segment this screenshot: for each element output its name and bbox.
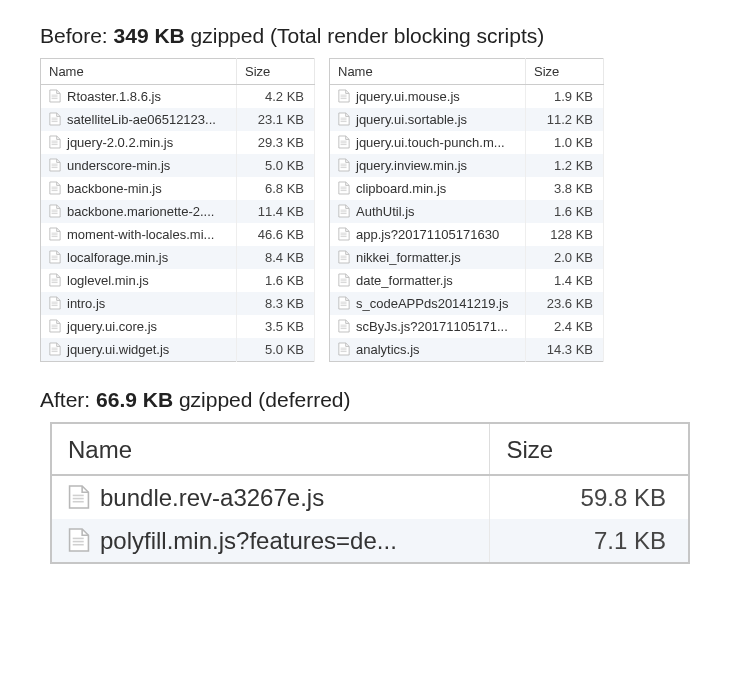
- document-icon: [338, 319, 350, 333]
- table-row[interactable]: jquery.ui.mouse.js1.9 KB: [330, 85, 604, 109]
- file-name: jquery.ui.mouse.js: [356, 89, 460, 104]
- file-name-cell[interactable]: backbone.marionette-2....: [41, 200, 237, 223]
- file-name-cell[interactable]: jquery.ui.widget.js: [41, 338, 237, 362]
- document-icon: [49, 204, 61, 218]
- table-row[interactable]: satelliteLib-ae06512123...23.1 KB: [41, 108, 315, 131]
- table-row[interactable]: jquery.ui.sortable.js11.2 KB: [330, 108, 604, 131]
- table-row[interactable]: moment-with-locales.mi...46.6 KB: [41, 223, 315, 246]
- file-name: loglevel.min.js: [67, 273, 149, 288]
- table-row[interactable]: jquery.ui.widget.js5.0 KB: [41, 338, 315, 362]
- table-row[interactable]: bundle.rev-a3267e.js59.8 KB: [51, 475, 689, 519]
- file-name: jquery.ui.touch-punch.m...: [356, 135, 505, 150]
- table-row[interactable]: scByJs.js?20171105171...2.4 KB: [330, 315, 604, 338]
- file-name-cell[interactable]: nikkei_formatter.js: [330, 246, 526, 269]
- table-row[interactable]: clipboard.min.js3.8 KB: [330, 177, 604, 200]
- table-row[interactable]: s_codeAPPds20141219.js23.6 KB: [330, 292, 604, 315]
- file-name: date_formatter.js: [356, 273, 453, 288]
- table-row[interactable]: jquery.inview.min.js1.2 KB: [330, 154, 604, 177]
- file-name-cell[interactable]: clipboard.min.js: [330, 177, 526, 200]
- document-icon: [338, 158, 350, 172]
- file-size-cell: 5.0 KB: [237, 154, 315, 177]
- before-suffix: gzipped (Total render blocking scripts): [185, 24, 545, 47]
- file-name: AuthUtil.js: [356, 204, 415, 219]
- document-icon: [338, 342, 350, 356]
- table-row[interactable]: jquery-2.0.2.min.js29.3 KB: [41, 131, 315, 154]
- file-name-cell[interactable]: bundle.rev-a3267e.js: [51, 475, 490, 519]
- file-size-cell: 4.2 KB: [237, 85, 315, 109]
- document-icon: [49, 296, 61, 310]
- file-name: analytics.js: [356, 342, 420, 357]
- file-name: backbone-min.js: [67, 181, 162, 196]
- file-name-cell[interactable]: satelliteLib-ae06512123...: [41, 108, 237, 131]
- column-header-name[interactable]: Name: [41, 59, 237, 85]
- file-name-cell[interactable]: Rtoaster.1.8.6.js: [41, 85, 237, 109]
- file-name-cell[interactable]: underscore-min.js: [41, 154, 237, 177]
- document-icon: [338, 135, 350, 149]
- document-icon: [338, 204, 350, 218]
- table-row[interactable]: analytics.js14.3 KB: [330, 338, 604, 362]
- file-name: moment-with-locales.mi...: [67, 227, 214, 242]
- file-name-cell[interactable]: moment-with-locales.mi...: [41, 223, 237, 246]
- file-name: localforage.min.js: [67, 250, 168, 265]
- table-row[interactable]: app.js?20171105171630128 KB: [330, 223, 604, 246]
- file-name: jquery.ui.core.js: [67, 319, 157, 334]
- file-name-cell[interactable]: loglevel.min.js: [41, 269, 237, 292]
- table-row[interactable]: date_formatter.js1.4 KB: [330, 269, 604, 292]
- table-row[interactable]: loglevel.min.js1.6 KB: [41, 269, 315, 292]
- file-name-cell[interactable]: intro.js: [41, 292, 237, 315]
- table-row[interactable]: backbone.marionette-2....11.4 KB: [41, 200, 315, 223]
- file-size-cell: 29.3 KB: [237, 131, 315, 154]
- file-size-cell: 2.4 KB: [526, 315, 604, 338]
- file-name: scByJs.js?20171105171...: [356, 319, 508, 334]
- file-size-cell: 1.6 KB: [237, 269, 315, 292]
- document-icon: [68, 527, 90, 553]
- file-name-cell[interactable]: scByJs.js?20171105171...: [330, 315, 526, 338]
- file-name-cell[interactable]: jquery.ui.touch-punch.m...: [330, 131, 526, 154]
- table-row[interactable]: AuthUtil.js1.6 KB: [330, 200, 604, 223]
- table-header-row: Name Size: [51, 423, 689, 475]
- file-name-cell[interactable]: AuthUtil.js: [330, 200, 526, 223]
- table-row[interactable]: Rtoaster.1.8.6.js4.2 KB: [41, 85, 315, 109]
- after-size: 66.9 KB: [96, 388, 173, 411]
- file-size-cell: 1.6 KB: [526, 200, 604, 223]
- file-size-cell: 6.8 KB: [237, 177, 315, 200]
- table-row[interactable]: localforage.min.js8.4 KB: [41, 246, 315, 269]
- file-name-cell[interactable]: analytics.js: [330, 338, 526, 362]
- table-row[interactable]: jquery.ui.core.js3.5 KB: [41, 315, 315, 338]
- file-size-cell: 11.4 KB: [237, 200, 315, 223]
- column-header-name[interactable]: Name: [330, 59, 526, 85]
- file-name: jquery.ui.sortable.js: [356, 112, 467, 127]
- file-name-cell[interactable]: polyfill.min.js?features=de...: [51, 519, 490, 563]
- table-row[interactable]: nikkei_formatter.js2.0 KB: [330, 246, 604, 269]
- table-row[interactable]: backbone-min.js6.8 KB: [41, 177, 315, 200]
- file-name-cell[interactable]: backbone-min.js: [41, 177, 237, 200]
- table-row[interactable]: jquery.ui.touch-punch.m...1.0 KB: [330, 131, 604, 154]
- document-icon: [338, 296, 350, 310]
- file-size-cell: 128 KB: [526, 223, 604, 246]
- column-header-name[interactable]: Name: [51, 423, 490, 475]
- column-header-size[interactable]: Size: [237, 59, 315, 85]
- file-name-cell[interactable]: jquery.ui.mouse.js: [330, 85, 526, 109]
- file-size-cell: 1.0 KB: [526, 131, 604, 154]
- document-icon: [338, 250, 350, 264]
- file-name: intro.js: [67, 296, 105, 311]
- document-icon: [49, 319, 61, 333]
- file-name-cell[interactable]: jquery-2.0.2.min.js: [41, 131, 237, 154]
- file-size-cell: 1.4 KB: [526, 269, 604, 292]
- document-icon: [68, 484, 90, 510]
- table-header-row: Name Size: [41, 59, 315, 85]
- file-name-cell[interactable]: localforage.min.js: [41, 246, 237, 269]
- file-name-cell[interactable]: s_codeAPPds20141219.js: [330, 292, 526, 315]
- file-name-cell[interactable]: jquery.ui.core.js: [41, 315, 237, 338]
- table-row[interactable]: polyfill.min.js?features=de...7.1 KB: [51, 519, 689, 563]
- table-row[interactable]: underscore-min.js5.0 KB: [41, 154, 315, 177]
- file-name-cell[interactable]: app.js?20171105171630: [330, 223, 526, 246]
- file-name-cell[interactable]: jquery.ui.sortable.js: [330, 108, 526, 131]
- column-header-size[interactable]: Size: [490, 423, 689, 475]
- file-name-cell[interactable]: jquery.inview.min.js: [330, 154, 526, 177]
- column-header-size[interactable]: Size: [526, 59, 604, 85]
- after-prefix: After:: [40, 388, 96, 411]
- document-icon: [49, 181, 61, 195]
- table-row[interactable]: intro.js8.3 KB: [41, 292, 315, 315]
- file-name-cell[interactable]: date_formatter.js: [330, 269, 526, 292]
